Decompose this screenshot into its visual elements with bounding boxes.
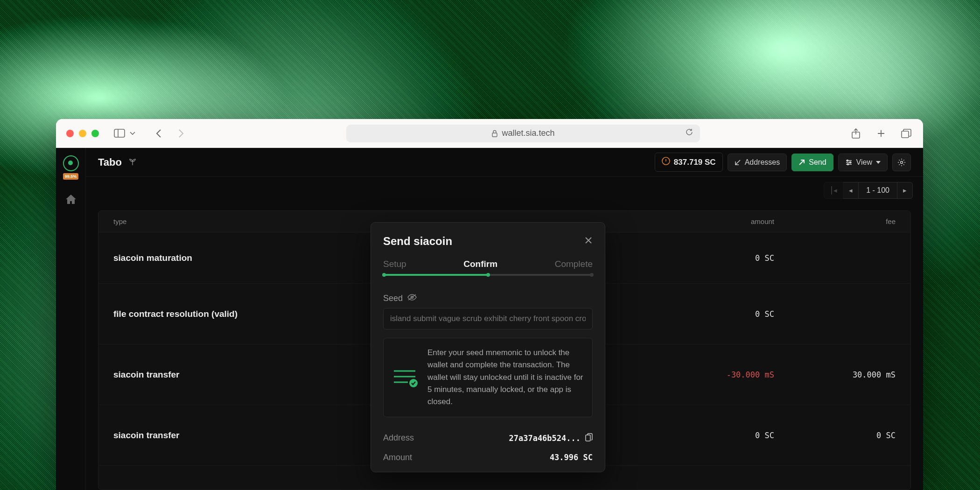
view-label: View [856, 158, 872, 167]
amount-label: Amount [383, 453, 412, 462]
warning-icon [662, 157, 670, 168]
tx-fee: 0 SC [774, 431, 896, 440]
addresses-label: Addresses [745, 158, 780, 167]
page-title: Tabo [98, 156, 122, 168]
progress-fill [383, 274, 488, 276]
amount-value: 43.996 SC [550, 453, 593, 462]
page-next-button[interactable]: ▸ [897, 182, 913, 199]
sync-badge: 99.5% [63, 173, 79, 180]
list-check-icon [392, 347, 418, 408]
modal-title: Send siacoin [383, 235, 452, 248]
traffic-lights [66, 130, 99, 137]
step-complete: Complete [555, 259, 593, 269]
svg-point-8 [847, 163, 848, 165]
settings-button[interactable] [892, 154, 911, 171]
copy-icon[interactable] [585, 433, 593, 443]
addresses-button[interactable]: Addresses [728, 154, 787, 171]
share-icon[interactable] [849, 127, 862, 140]
step-confirm: Confirm [463, 259, 497, 269]
svg-point-7 [849, 161, 851, 163]
page-range: 1 - 100 [859, 182, 897, 199]
step-setup: Setup [383, 259, 406, 269]
svg-rect-0 [114, 129, 125, 137]
home-icon[interactable] [65, 194, 77, 207]
chevron-down-icon[interactable] [126, 127, 139, 140]
sprout-icon [128, 157, 137, 168]
balance-value: 837.719 SC [674, 158, 716, 167]
app-sidebar: 99.5% [56, 148, 86, 490]
app-logo-wrap[interactable]: 99.5% [63, 155, 79, 180]
svg-point-9 [901, 161, 903, 163]
tx-amount: -30.000 mS [653, 370, 774, 379]
seed-label: Seed [383, 294, 403, 303]
send-label: Send [809, 158, 826, 167]
address-value: 27a37a46b524... [509, 434, 581, 443]
modal-steps: Setup Confirm Complete [383, 259, 593, 269]
lock-icon [491, 130, 498, 137]
amount-row: Amount 43.996 SC [383, 448, 593, 467]
arrow-in-icon [735, 159, 741, 166]
close-window-button[interactable] [66, 130, 74, 137]
reload-icon[interactable] [685, 128, 693, 139]
eye-off-icon[interactable] [407, 294, 417, 303]
svg-rect-2 [492, 133, 497, 137]
page-first-button[interactable]: ⎮◂ [824, 182, 843, 199]
minimize-window-button[interactable] [79, 130, 86, 137]
progress-dot [382, 273, 386, 277]
col-fee-header: fee [774, 217, 896, 225]
arrow-out-icon [798, 159, 805, 166]
back-button[interactable] [152, 127, 165, 140]
send-siacoin-modal: Send siacoin Setup Confirm Complete Seed… [371, 222, 605, 472]
gear-icon [897, 158, 906, 167]
tx-fee: 30.000 mS [774, 370, 896, 379]
address-row: Address 27a37a46b524... [383, 428, 593, 448]
progress-dot [590, 273, 594, 277]
address-label: Address [383, 433, 414, 443]
tx-amount: 0 SC [653, 309, 774, 319]
tx-amount: 0 SC [653, 253, 774, 263]
svg-rect-16 [586, 435, 590, 441]
close-icon[interactable] [584, 236, 593, 246]
page-prev-button[interactable]: ◂ [843, 182, 859, 199]
tabs-icon[interactable] [900, 127, 913, 140]
pagination-bar: ⎮◂ ◂ 1 - 100 ▸ [86, 177, 923, 204]
info-text: Enter your seed mnemonic to unlock the w… [427, 347, 584, 408]
url-text: wallet.sia.tech [502, 128, 554, 138]
view-button[interactable]: View [838, 154, 888, 171]
info-box: Enter your seed mnemonic to unlock the w… [383, 338, 593, 417]
sidebar-toggle-icon[interactable] [113, 127, 126, 140]
svg-rect-4 [902, 131, 909, 138]
col-amount-header: amount [653, 217, 774, 225]
new-tab-icon[interactable] [875, 127, 888, 140]
sliders-icon [845, 159, 853, 166]
app-logo-icon [63, 155, 79, 171]
progress-dot [486, 273, 490, 277]
seed-input[interactable] [383, 308, 593, 329]
send-button[interactable]: Send [791, 154, 833, 171]
browser-title-bar: wallet.sia.tech [56, 119, 923, 148]
forward-button[interactable] [175, 127, 188, 140]
svg-point-6 [847, 160, 848, 161]
maximize-window-button[interactable] [91, 130, 99, 137]
header-bar: Tabo 837.719 SC Addresses [86, 148, 923, 177]
progress-track [383, 274, 593, 276]
balance-pill[interactable]: 837.719 SC [655, 153, 723, 172]
chevron-down-icon [876, 161, 881, 164]
url-bar[interactable]: wallet.sia.tech [346, 125, 700, 142]
tx-amount: 0 SC [653, 431, 774, 440]
